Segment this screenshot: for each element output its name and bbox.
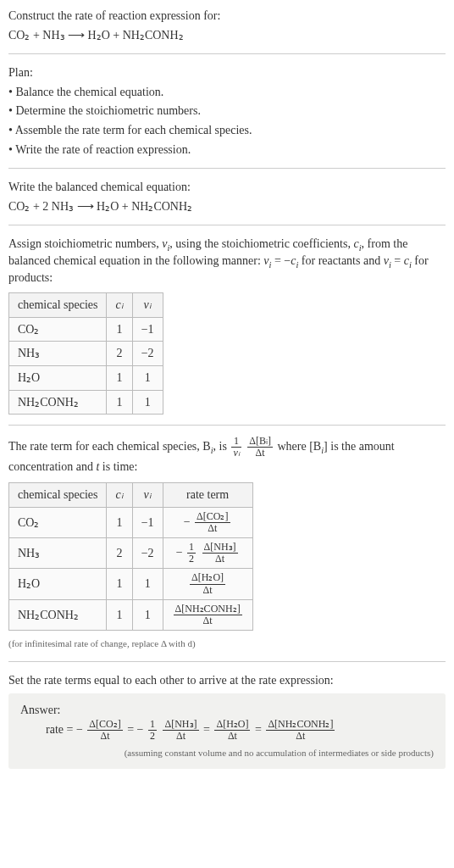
divider: [8, 225, 446, 225]
table-row: NH₂CONH₂ 1 1 Δ[NH₂CONH₂]Δt: [9, 599, 253, 630]
table-row: CO₂ 1 −1 − Δ[CO₂]Δt: [9, 507, 253, 537]
table-row: NH₃ 2 −2: [9, 342, 163, 366]
rate-term-table: chemical species cᵢ νᵢ rate term CO₂ 1 −…: [8, 482, 253, 631]
plan-step-4: • Write the rate of reaction expression.: [8, 142, 446, 159]
plan-step-2: • Determine the stoichiometric numbers.: [8, 103, 446, 120]
answer-label: Answer:: [20, 702, 434, 719]
stoich-table: chemical species cᵢ νᵢ CO₂ 1 −1 NH₃ 2 −2…: [8, 292, 163, 415]
divider: [8, 661, 446, 662]
rate-term-text: The rate term for each chemical species,…: [8, 436, 446, 476]
answer-box: Answer: rate = − Δ[CO₂]Δt = − 12 Δ[NH₃]Δ…: [8, 693, 446, 768]
table-row: NH₃ 2 −2 − 12 Δ[NH₃]Δt: [9, 538, 253, 569]
reaction-unbalanced: CO₂ + NH₃ ⟶ H₂O + NH₂CONH₂: [8, 27, 446, 44]
divider: [8, 168, 446, 169]
footnote-infinitesimal: (for infinitesimal rate of change, repla…: [8, 637, 446, 650]
divider: [8, 53, 446, 54]
divider: [8, 425, 446, 426]
table-row: NH₂CONH₂ 1 1: [9, 390, 163, 415]
reaction-balanced: CO₂ + 2 NH₃ ⟶ H₂O + NH₂CONH₂: [8, 198, 446, 215]
rate-expression: rate = − Δ[CO₂]Δt = − 12 Δ[NH₃]Δt = Δ[H₂…: [46, 719, 434, 742]
assumption-note: (assuming constant volume and no accumul…: [20, 747, 434, 760]
col-rate-term: rate term: [163, 483, 252, 508]
construct-line: Construct the rate of reaction expressio…: [8, 8, 446, 25]
final-heading: Set the rate terms equal to each other t…: [8, 672, 446, 689]
col-nui: νᵢ: [132, 293, 163, 318]
plan-step-3: • Assemble the rate term for each chemic…: [8, 122, 446, 139]
col-ci: cᵢ: [107, 293, 132, 318]
col-nui: νᵢ: [132, 483, 163, 508]
table-row: H₂O 1 1 Δ[H₂O]Δt: [9, 569, 253, 599]
stoich-text: Assign stoichiometric numbers, νi, using…: [8, 236, 446, 286]
balanced-heading: Write the balanced chemical equation:: [8, 179, 446, 196]
table-row: CO₂ 1 −1: [9, 317, 163, 342]
col-species: chemical species: [9, 293, 107, 318]
plan-step-1: • Balance the chemical equation.: [8, 84, 446, 101]
table-row: H₂O 1 1: [9, 365, 163, 390]
plan-heading: Plan:: [8, 64, 446, 81]
col-ci: cᵢ: [107, 483, 132, 508]
col-species: chemical species: [9, 483, 107, 508]
